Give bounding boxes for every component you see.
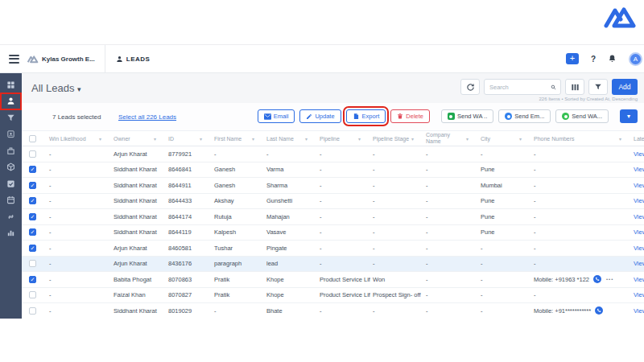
- sort-arrow-icon[interactable]: ▾: [619, 136, 621, 142]
- sidebar-item-meetings[interactable]: [1, 192, 21, 209]
- view-link[interactable]: View: [634, 213, 644, 220]
- sort-arrow-icon[interactable]: ▾: [358, 136, 361, 142]
- row-checkbox-cell: ✓: [22, 225, 47, 241]
- help-button[interactable]: ?: [591, 55, 596, 64]
- view-link[interactable]: View: [634, 276, 644, 283]
- phone-call-icon[interactable]: [593, 275, 601, 283]
- cell-first-name: Tushar: [212, 241, 264, 256]
- table-body: -Arjun Kharat8779921-------View✓-Siddhan…: [22, 146, 644, 319]
- hamburger-menu-icon[interactable]: [9, 55, 19, 64]
- sidebar-item-integrations[interactable]: [1, 208, 21, 225]
- row-checkbox[interactable]: ✓: [29, 213, 36, 220]
- user-avatar[interactable]: A: [629, 52, 642, 66]
- send-whatsapp-button[interactable]: Send WA ..: [441, 109, 493, 123]
- col-header-pipeline[interactable]: Pipeline▾: [317, 131, 370, 146]
- sidebar-item-tasks[interactable]: [1, 175, 21, 192]
- view-link[interactable]: View: [634, 228, 644, 236]
- row-checkbox[interactable]: ✓: [29, 228, 36, 236]
- filter-button[interactable]: [588, 79, 608, 95]
- sort-arrow-icon[interactable]: ▾: [252, 136, 254, 142]
- sort-arrow-icon[interactable]: ▾: [519, 136, 522, 142]
- table-row[interactable]: -Arjun Kharat8779921-------View: [22, 146, 644, 162]
- send-whatsapp-2-button[interactable]: Send WA...: [555, 109, 609, 123]
- select-all-checkbox[interactable]: [29, 135, 36, 142]
- col-header-last-name[interactable]: Last Name▾: [264, 131, 317, 146]
- row-checkbox[interactable]: [29, 307, 36, 315]
- table-row[interactable]: ✓-Siddhant Kharat8644911GaneshSharma---M…: [22, 178, 644, 194]
- add-lead-button[interactable]: Add: [612, 79, 638, 95]
- sidebar-item-reports[interactable]: [1, 225, 21, 242]
- export-button[interactable]: Export: [346, 109, 386, 123]
- sort-arrow-icon[interactable]: ▾: [99, 136, 101, 142]
- email-button[interactable]: Email: [258, 109, 295, 123]
- module-tab-leads[interactable]: LEADS: [116, 56, 151, 63]
- sort-arrow-icon[interactable]: ▾: [466, 136, 469, 142]
- table-row[interactable]: -Arjun Kharat8436176paragraphlead-----Vi…: [22, 257, 644, 273]
- refresh-button[interactable]: [460, 79, 480, 95]
- sidebar-item-products[interactable]: [1, 159, 21, 176]
- sort-arrow-icon[interactable]: ▾: [200, 136, 202, 142]
- table-row[interactable]: ✓-Siddhant Kharat8644433AkshayGunshetti-…: [22, 194, 644, 210]
- col-header-id[interactable]: ID▾: [166, 131, 212, 146]
- col-header-pipeline-stage[interactable]: Pipeline Stage▾: [370, 131, 423, 146]
- more-actions-dropdown[interactable]: ▾: [620, 109, 638, 123]
- sidebar-item-leads[interactable]: [1, 93, 21, 110]
- row-checkbox[interactable]: ✓: [29, 245, 36, 252]
- row-checkbox[interactable]: ✓: [29, 182, 36, 189]
- view-link[interactable]: View: [634, 307, 644, 315]
- phone-call-icon[interactable]: [595, 306, 603, 315]
- sidebar-item-contacts[interactable]: [1, 126, 21, 143]
- chevron-down-icon: ▾: [627, 113, 630, 120]
- cell-last-name: Bhate: [264, 303, 317, 319]
- col-header-phone-numbers[interactable]: Phone Numbers▾: [531, 131, 631, 146]
- sort-arrow-icon[interactable]: ▾: [305, 136, 308, 142]
- view-link[interactable]: View: [634, 182, 644, 189]
- view-link[interactable]: View: [634, 166, 644, 173]
- row-checkbox[interactable]: ✓: [29, 197, 36, 204]
- table-row[interactable]: ✓-Siddhant Kharat8644174RutujaMahajan---…: [22, 209, 644, 225]
- table-row[interactable]: ✓-Siddhant Kharat8646841GaneshVarma---Pu…: [22, 162, 644, 179]
- table-row[interactable]: ✓-Arjun Kharat8460581TusharPingate-----V…: [22, 241, 644, 257]
- view-link[interactable]: View: [634, 150, 644, 158]
- quick-add-button[interactable]: +: [566, 53, 579, 64]
- sidebar-item-deals[interactable]: [1, 109, 21, 126]
- select-all-link[interactable]: Select all 226 Leads: [118, 113, 176, 121]
- send-email-button[interactable]: Send Em...: [498, 109, 551, 123]
- view-link[interactable]: View: [634, 260, 644, 267]
- workspace-name[interactable]: Kylas Growth E...: [42, 56, 95, 63]
- search-input[interactable]: [489, 84, 551, 91]
- row-checkbox[interactable]: ✓: [29, 166, 36, 173]
- phone-text: -: [534, 260, 536, 267]
- col-header-first-name[interactable]: First Name▾: [212, 131, 264, 146]
- notifications-bell-icon[interactable]: [608, 54, 617, 64]
- row-checkbox[interactable]: ✓: [29, 276, 36, 283]
- person-icon: [116, 56, 123, 63]
- update-button[interactable]: Update: [299, 109, 341, 123]
- delete-button[interactable]: Delete: [390, 109, 430, 123]
- cell-first-name: Ganesh: [212, 178, 264, 193]
- cell-id: 8779921: [166, 146, 212, 162]
- view-link[interactable]: View: [634, 197, 644, 204]
- sidebar-item-companies[interactable]: [1, 142, 21, 159]
- view-link[interactable]: View: [634, 291, 644, 298]
- table-row[interactable]: ✓-Babita Phogat8070863PratikKhopeProduct…: [22, 272, 644, 288]
- col-header-city[interactable]: City▾: [478, 131, 531, 146]
- sidebar-item-dashboard[interactable]: [1, 76, 21, 93]
- table-row[interactable]: -Siddhant Kharat8019029-Bhate----Mobile:…: [22, 303, 644, 319]
- col-header-owner[interactable]: Owner▾: [111, 131, 166, 146]
- cell-owner: Arjun Kharat: [111, 146, 166, 162]
- sort-arrow-icon[interactable]: ▾: [411, 136, 414, 142]
- col-header-latest[interactable]: Latest▾: [631, 131, 644, 146]
- row-checkbox[interactable]: [29, 260, 36, 267]
- view-link[interactable]: View: [634, 245, 644, 252]
- more-numbers-icon[interactable]: •••: [606, 277, 613, 282]
- col-header-company-name[interactable]: Company Name▾: [423, 131, 478, 146]
- row-checkbox[interactable]: [29, 150, 36, 158]
- page-title-dropdown[interactable]: All Leads ▾: [31, 82, 81, 94]
- table-row[interactable]: -Faizal Khan8070827PratikKhopeProduct Se…: [22, 288, 644, 304]
- table-row[interactable]: ✓-Siddhant Kharat8644119KalpeshVasave---…: [22, 225, 644, 241]
- sort-arrow-icon[interactable]: ▾: [154, 136, 156, 142]
- col-header-win-likelihood[interactable]: Win Likelihood▾: [47, 131, 111, 146]
- row-checkbox[interactable]: [29, 291, 36, 298]
- columns-button[interactable]: [565, 79, 584, 95]
